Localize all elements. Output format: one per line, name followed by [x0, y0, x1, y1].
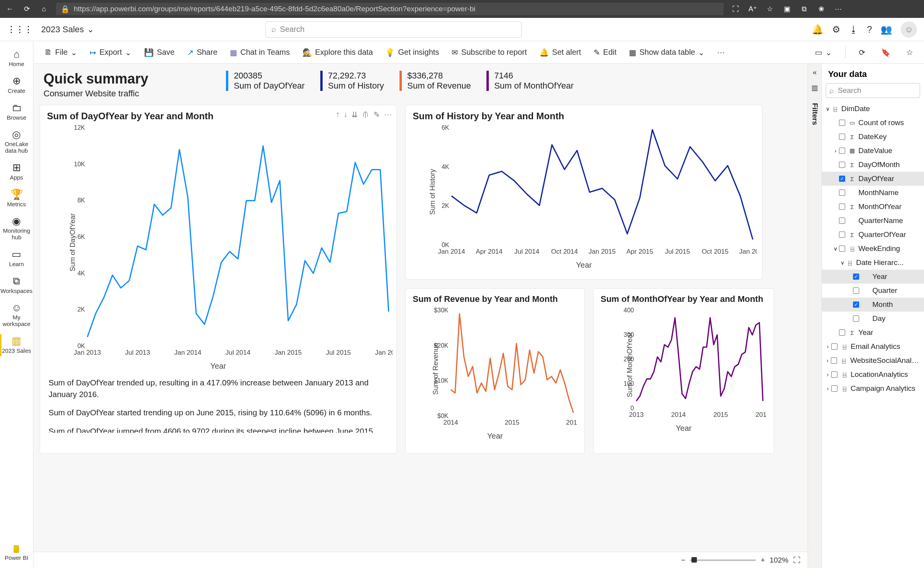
visual-monthofyear[interactable]: Sum of MonthOfYear by Year and Month Sum… [593, 288, 774, 454]
nav-apps[interactable]: ⊞Apps [0, 159, 33, 185]
report-name-dropdown[interactable]: 2023 Sales ⌄ [41, 24, 94, 35]
nav-create[interactable]: ⊕Create [0, 72, 33, 99]
checkbox[interactable]: ✓ [839, 176, 845, 182]
checkbox[interactable] [839, 190, 845, 196]
field-monthname[interactable]: MonthName [822, 186, 924, 200]
field-weekending[interactable]: ∨⌸WeekEnding [822, 242, 924, 256]
field-datevalue[interactable]: ›▦DateValue [822, 144, 924, 158]
toolbar-export[interactable]: ↦Export⌄ [85, 45, 136, 59]
nav-2023-sales[interactable]: ▥2023 Sales [0, 332, 33, 359]
field-day[interactable]: Day [822, 312, 924, 326]
toolbar-more[interactable]: ⋯ [712, 45, 729, 59]
toolbar-subscribe[interactable]: ✉Subscribe to report [447, 45, 531, 59]
checkbox[interactable] [839, 148, 845, 154]
field-year[interactable]: ✓Year [822, 270, 924, 284]
field-dimdate[interactable]: ∨⌸DimDate [822, 102, 924, 116]
app-launcher-icon[interactable]: ⋮⋮⋮ [7, 24, 33, 35]
download-icon[interactable]: ⭳ [849, 24, 858, 35]
refresh-icon[interactable]: ⟳ [22, 4, 32, 14]
zoom-out[interactable]: − [681, 556, 685, 565]
collection1-icon[interactable]: ▣ [782, 4, 792, 14]
nav-my-workspace[interactable]: ☺My workspace [0, 299, 33, 332]
collections-icon[interactable]: ⧉ [799, 4, 809, 14]
extension-icon[interactable]: ❀ [816, 4, 826, 14]
nav-learn[interactable]: ▭Learn [0, 245, 33, 272]
nav-monitoring[interactable]: ◉Monitoring hub [0, 212, 33, 245]
toolbar-file[interactable]: 🗎File⌄ [40, 45, 82, 59]
toolbar-save[interactable]: 💾Save [139, 45, 179, 59]
checkbox[interactable] [831, 385, 837, 392]
field-month[interactable]: ✓Month [822, 298, 924, 312]
chart-icon[interactable]: ▥ [811, 84, 818, 92]
checkbox[interactable]: ✓ [853, 274, 859, 280]
checkbox[interactable] [839, 120, 845, 126]
visual-revenue[interactable]: Sum of Revenue by Year and Month Sum of … [405, 288, 585, 454]
checkbox[interactable] [831, 357, 837, 364]
field-quartername[interactable]: QuarterName [822, 214, 924, 228]
global-search[interactable]: ⌕ Search [266, 21, 522, 38]
field-campaign-analytics[interactable]: ›⌸Campaign Analytics [822, 382, 924, 396]
field-dayofmonth[interactable]: ΣDayOfMonth [822, 158, 924, 172]
favorite-icon[interactable]: ☆ [765, 4, 775, 14]
toolbar-refresh[interactable]: ⟳ [854, 45, 870, 59]
settings-icon[interactable]: ⚙ [832, 24, 841, 35]
checkbox[interactable] [839, 246, 845, 252]
toolbar-show-table[interactable]: ▦Show data table⌄ [624, 45, 709, 59]
zoom-slider[interactable] [690, 559, 756, 561]
visual-history[interactable]: Sum of History by Year and Month Sum of … [405, 105, 762, 280]
nav-metrics[interactable]: 🏆Metrics [0, 185, 33, 212]
filter-icon[interactable]: ✎ [373, 110, 380, 119]
checkbox[interactable] [839, 232, 845, 238]
field-quarterofyear[interactable]: ΣQuarterOfYear [822, 228, 924, 242]
toolbar-view-mode[interactable]: ▭⌄ [810, 45, 837, 59]
collapse-icon[interactable]: « [813, 68, 816, 77]
checkbox[interactable] [839, 134, 845, 140]
toolbar-alert[interactable]: 🔔Set alert [535, 45, 585, 59]
checkbox[interactable] [839, 204, 845, 210]
toolbar-bookmark[interactable]: 🔖 [876, 45, 895, 59]
notifications-icon[interactable]: 🔔 [812, 24, 823, 35]
toolbar-star[interactable]: ☆ [901, 45, 918, 59]
drill-down-icon[interactable]: ↓ [344, 110, 347, 119]
toolbar-edit[interactable]: ✎Edit [589, 45, 621, 59]
checkbox[interactable] [831, 343, 837, 350]
field-count-of-rows[interactable]: ▭Count of rows [822, 116, 924, 130]
checkbox[interactable] [853, 315, 859, 322]
checkbox[interactable] [839, 329, 845, 336]
toolbar-insights[interactable]: 💡Get insights [380, 45, 444, 59]
toolbar-explore[interactable]: 🕵Explore this data [298, 45, 378, 59]
filters-label[interactable]: Filters [811, 103, 819, 125]
back-icon[interactable]: ← [5, 4, 15, 14]
zoom-in[interactable]: + [761, 556, 765, 565]
field-datekey[interactable]: ΣDateKey [822, 130, 924, 144]
read-aloud-icon[interactable]: A⁺ [748, 4, 758, 14]
toolbar-share[interactable]: ↗Share [182, 45, 222, 59]
checkbox[interactable] [839, 162, 845, 168]
address-bar[interactable]: 🔒 https://app.powerbi.com/groups/me/repo… [56, 3, 724, 15]
nav-home[interactable]: ⌂Home [0, 45, 33, 72]
nav-onelake[interactable]: ◎OneLake data hub [0, 125, 33, 159]
home-icon[interactable]: ⌂ [39, 4, 49, 14]
shopping-icon[interactable]: ⛶ [731, 4, 741, 14]
field-quarter[interactable]: Quarter [822, 284, 924, 298]
nav-browse[interactable]: 🗀Browse [0, 99, 33, 125]
field-dayofyear[interactable]: ✓ΣDayOfYear [822, 172, 924, 186]
field-locationanalytics[interactable]: ›⌸LocationAnalytics [822, 368, 924, 382]
field-websitesocialanalytics[interactable]: ›⌸WebsiteSocialAnalytics [822, 354, 924, 368]
data-search[interactable]: Search [826, 83, 920, 98]
field-monthofyear[interactable]: ΣMonthOfYear [822, 200, 924, 214]
help-icon[interactable]: ? [867, 24, 872, 35]
more-icon[interactable]: ⋯ [833, 4, 843, 14]
checkbox[interactable]: ✓ [853, 301, 859, 308]
field-year[interactable]: ΣYear [822, 326, 924, 340]
field-email-analytics[interactable]: ›⌸Email Analytics [822, 340, 924, 354]
field-date-hierarc-[interactable]: ∨⌸Date Hierarc... [822, 256, 924, 270]
toolbar-chat[interactable]: ▦Chat in Teams [225, 45, 294, 59]
user-avatar[interactable]: ☺ [901, 21, 917, 38]
expand-icon[interactable]: ⇊ [351, 110, 358, 119]
nav-workspaces[interactable]: ⧉Workspaces [0, 272, 33, 299]
people-icon[interactable]: 👥 [881, 24, 892, 35]
checkbox[interactable] [853, 287, 859, 294]
more-icon[interactable]: ⋯ [384, 110, 392, 119]
checkbox[interactable] [839, 218, 845, 224]
